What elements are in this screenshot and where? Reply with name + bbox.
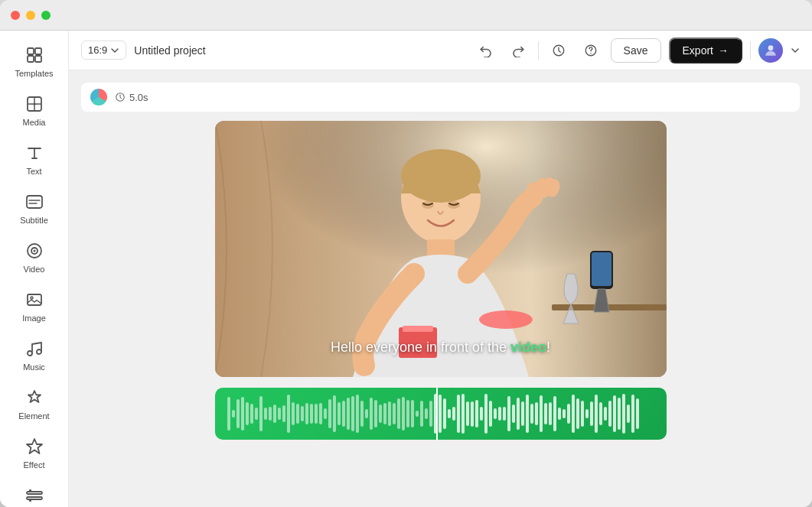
image-icon: [24, 289, 45, 310]
text-icon: [24, 142, 45, 164]
aspect-ratio-selector[interactable]: 16:9: [81, 41, 126, 60]
sidebar-item-text[interactable]: Text: [5, 136, 64, 182]
app-window: Templates Media: [0, 0, 812, 507]
svg-rect-43: [403, 326, 433, 332]
sidebar-item-element-label: Element: [18, 411, 49, 421]
svg-rect-14: [28, 294, 41, 305]
subtitle-highlight: video: [510, 340, 546, 355]
titlebar: [0, 0, 812, 31]
sidebar-item-media[interactable]: Media: [5, 87, 64, 133]
toolbar-divider-2: [750, 41, 751, 60]
undo-button[interactable]: [474, 38, 498, 63]
redo-button[interactable]: [506, 38, 530, 63]
sidebar-item-effect[interactable]: Effect: [5, 430, 64, 476]
svg-point-25: [768, 45, 774, 50]
subtitle-overlay: Hello everyone in front of the video!: [331, 340, 550, 356]
svg-rect-3: [35, 56, 41, 62]
maximize-button[interactable]: [41, 11, 51, 20]
tools-icon: [24, 485, 45, 506]
sidebar-item-music[interactable]: Music: [5, 332, 64, 378]
app-body: Templates Media: [0, 31, 812, 507]
subtitle-text-after: !: [546, 340, 550, 355]
sidebar-item-effect-label: Effect: [24, 460, 45, 470]
duration-value: 5.0s: [129, 92, 148, 103]
waveform: // We'll generate waveform in the JS bel…: [215, 388, 667, 440]
sidebar-item-music-label: Music: [23, 362, 45, 372]
duration-display: 5.0s: [115, 92, 148, 103]
video-canvas[interactable]: Hello everyone in front of the video!: [215, 121, 667, 377]
minimize-button[interactable]: [26, 11, 35, 20]
sidebar-item-templates[interactable]: Templates: [5, 38, 64, 84]
export-button[interactable]: Export →: [669, 37, 742, 63]
svg-rect-18: [27, 492, 42, 494]
canvas-area: 5.0s: [69, 70, 812, 507]
svg-rect-19: [27, 497, 42, 499]
video-background: Hello everyone in front of the video!: [215, 121, 667, 377]
effect-icon: [24, 436, 45, 457]
autosave-button[interactable]: [546, 38, 571, 63]
export-arrow-icon: →: [718, 44, 729, 57]
sidebar-item-video[interactable]: Video: [5, 234, 64, 280]
main-area: 16:9 Untitled project: [69, 31, 812, 507]
templates-icon: [24, 44, 45, 66]
export-label: Export: [683, 44, 713, 57]
toolbar-divider: [538, 41, 539, 60]
timeline-track[interactable]: // We'll generate waveform in the JS bel…: [215, 388, 667, 440]
sidebar: Templates Media: [0, 31, 69, 507]
sidebar-item-tools[interactable]: Tools: [5, 479, 64, 507]
main-toolbar: 16:9 Untitled project: [69, 31, 812, 70]
svg-rect-20: [29, 489, 31, 492]
timeline-cursor: [436, 388, 438, 440]
svg-point-44: [479, 310, 533, 329]
svg-rect-0: [28, 48, 34, 54]
app-logo: [90, 89, 107, 106]
subtitle-text-before: Hello everyone in front of the: [331, 340, 510, 355]
svg-rect-41: [592, 252, 611, 286]
svg-point-13: [33, 250, 35, 252]
sidebar-item-image[interactable]: Image: [5, 283, 64, 329]
svg-rect-21: [29, 499, 31, 502]
help-button[interactable]: [579, 38, 603, 63]
project-title[interactable]: Untitled project: [134, 44, 205, 57]
sidebar-item-subtitle-label: Subtitle: [20, 216, 48, 225]
subtitle-icon: [24, 191, 45, 213]
svg-rect-1: [35, 48, 41, 54]
timeline-area: // We'll generate waveform in the JS bel…: [215, 388, 667, 440]
sidebar-item-media-label: Media: [23, 118, 46, 127]
svg-point-16: [28, 351, 32, 356]
sidebar-item-image-label: Image: [22, 314, 46, 323]
video-content: [215, 121, 667, 377]
sidebar-item-templates-label: Templates: [15, 69, 53, 78]
svg-rect-8: [27, 196, 42, 208]
account-chevron[interactable]: [791, 46, 800, 55]
svg-rect-2: [28, 56, 34, 62]
close-button[interactable]: [11, 11, 20, 20]
save-button[interactable]: Save: [611, 38, 661, 63]
clock-icon: [115, 92, 126, 102]
chevron-down-icon: [110, 46, 119, 55]
sidebar-item-element[interactable]: Element: [5, 381, 64, 427]
avatar[interactable]: [758, 38, 783, 63]
sidebar-item-video-label: Video: [24, 265, 45, 274]
sidebar-item-subtitle[interactable]: Subtitle: [5, 185, 64, 231]
canvas-toolbar: 5.0s: [81, 83, 800, 112]
sidebar-item-text-label: Text: [26, 167, 41, 176]
svg-point-24: [590, 53, 592, 54]
video-icon: [24, 240, 45, 262]
media-icon: [24, 93, 45, 115]
ratio-label: 16:9: [88, 44, 107, 56]
element-icon: [24, 387, 45, 408]
svg-point-15: [31, 297, 33, 299]
music-icon: [24, 338, 45, 359]
chevron-down-icon-account: [791, 46, 800, 55]
